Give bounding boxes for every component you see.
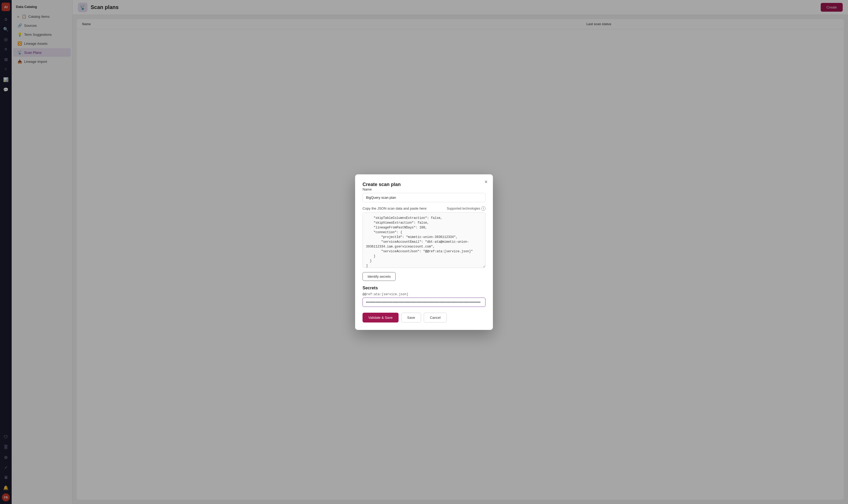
validate-save-button[interactable]: Validate & Save — [362, 313, 399, 323]
modal-title: Create scan plan — [362, 182, 401, 187]
secret-ref-label: @@ref:ata:[service.json] — [362, 292, 486, 296]
secrets-section-title: Secrets — [362, 286, 486, 290]
name-input[interactable] — [362, 193, 486, 202]
modal-close-button[interactable]: × — [484, 179, 488, 184]
modal-footer: Validate & Save Save Cancel — [362, 313, 486, 323]
info-icon: i — [481, 206, 486, 211]
json-label: Copy the JSON scan data and paste here: — [362, 206, 427, 211]
json-textarea[interactable] — [362, 212, 486, 268]
modal-overlay[interactable]: Create scan plan × Name Copy the JSON sc… — [0, 0, 848, 504]
identify-secrets-button[interactable]: Identify secrets — [362, 272, 396, 281]
name-field-label: Name — [362, 187, 486, 191]
supported-technologies-link[interactable]: Supported technologies i — [447, 206, 486, 211]
supported-tech-label: Supported technologies — [447, 207, 480, 211]
create-scan-plan-modal: Create scan plan × Name Copy the JSON sc… — [355, 174, 493, 330]
save-button[interactable]: Save — [401, 313, 421, 323]
secret-input[interactable] — [362, 298, 486, 307]
cancel-button[interactable]: Cancel — [424, 313, 447, 323]
json-section-header: Copy the JSON scan data and paste here: … — [362, 206, 486, 211]
